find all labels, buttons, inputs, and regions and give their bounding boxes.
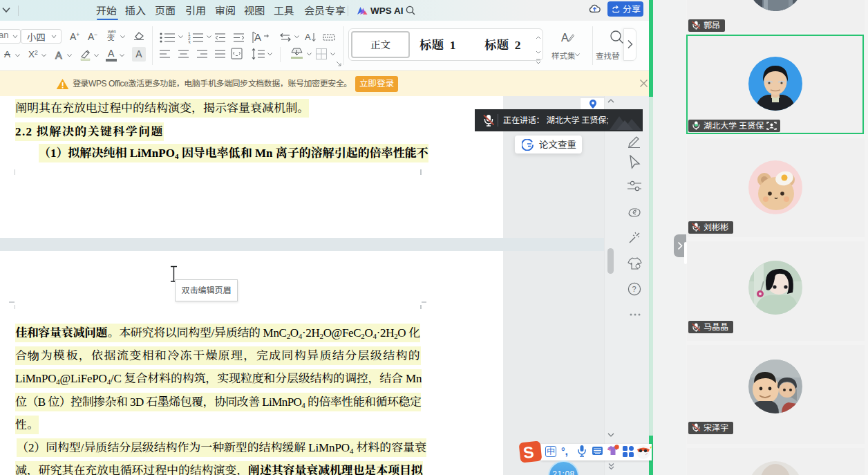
svg-text:A: A: [55, 50, 62, 60]
